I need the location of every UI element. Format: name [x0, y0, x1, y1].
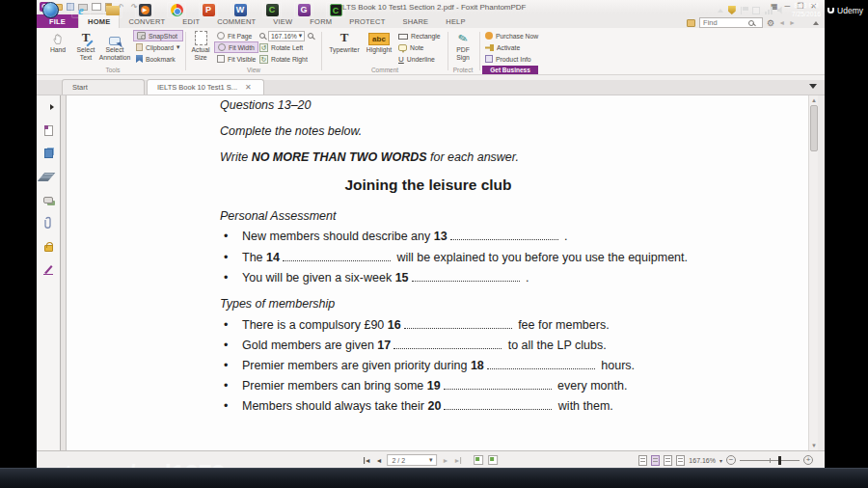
- taskbar-media-player[interactable]: ▶: [135, 2, 154, 18]
- single-page-view-icon[interactable]: [638, 455, 647, 466]
- fit-page-button[interactable]: Fit Page: [214, 30, 258, 41]
- answer-blank-19: [444, 379, 552, 390]
- bookmark-button[interactable]: Bookmark: [133, 53, 183, 65]
- tray-app-icon[interactable]: [752, 7, 760, 14]
- folder-icon: [106, 6, 120, 15]
- last-page-button[interactable]: ►: [453, 457, 461, 464]
- sidebar-layers-button[interactable]: [37, 165, 60, 188]
- pdf-page[interactable]: Questions 13–20 Complete the notes below…: [67, 95, 808, 450]
- previous-page-button[interactable]: ◄: [376, 457, 383, 464]
- first-page-button[interactable]: ◄: [364, 457, 371, 464]
- next-view-button[interactable]: [488, 455, 498, 465]
- tray-expand-icon[interactable]: [718, 9, 723, 13]
- tab-protect[interactable]: PROTECT: [340, 14, 393, 28]
- g-app-icon: G: [298, 4, 311, 16]
- select-text-button[interactable]: T Select Text: [73, 30, 98, 62]
- sidebar-comments-button[interactable]: [37, 188, 60, 211]
- note-item-18: • Premier members are given priority dur…: [224, 359, 635, 372]
- rotate-left-icon: ↺: [259, 43, 268, 52]
- sidebar-attachments-button[interactable]: [37, 211, 60, 234]
- search-icon[interactable]: [748, 20, 754, 26]
- zoom-slider-handle[interactable]: [778, 456, 781, 465]
- tab-start-page[interactable]: Start: [62, 79, 145, 95]
- taskbar-internet-explorer[interactable]: e: [71, 2, 91, 18]
- fit-visible-button[interactable]: Fit Visible: [214, 53, 258, 65]
- collapse-ribbon-icon[interactable]: [813, 21, 819, 25]
- close-tab-icon[interactable]: ✕: [245, 83, 252, 92]
- note-button[interactable]: Note: [395, 41, 446, 53]
- zoom-caret-icon[interactable]: ▾: [719, 457, 722, 464]
- page-number-combobox[interactable]: 2 / 2 ▾: [388, 454, 438, 466]
- note-icon: [398, 44, 407, 51]
- zoom-in-button[interactable]: +: [803, 455, 813, 465]
- continuous-view-icon[interactable]: [651, 455, 660, 466]
- group-label-get-business: Get Business: [482, 66, 538, 74]
- c-app-icon: C: [330, 4, 342, 16]
- note-item-20: • Members should always take their 20 wi…: [224, 399, 613, 413]
- taskbar-app-c[interactable]: C: [326, 2, 345, 18]
- select-annotation-button[interactable]: Select Annotation: [98, 30, 131, 62]
- snapshot-button[interactable]: SnapShot: [133, 30, 183, 41]
- rotate-left-button[interactable]: ↺ Rotate Left: [259, 41, 319, 53]
- document-tab-bar: Start IELTS Book 10 Test1 S... ✕: [37, 80, 825, 95]
- taskbar-camtasia[interactable]: C: [262, 2, 282, 18]
- taskbar-clock[interactable]: 8:03 PM 7/25/2016: [790, 2, 823, 19]
- activate-button[interactable]: Activate: [482, 41, 538, 53]
- sidebar-expand-button[interactable]: [37, 95, 60, 119]
- tab-document[interactable]: IELTS Book 10 Test1 S... ✕: [147, 79, 264, 95]
- zoom-out-button[interactable]: −: [726, 455, 736, 465]
- taskbar-explorer[interactable]: [103, 2, 122, 18]
- sidebar-bookmarks-button[interactable]: [37, 119, 60, 142]
- group-comment: T Typewriter abc Highlight Rectangle Not…: [324, 28, 446, 74]
- sidebar-signature-button[interactable]: [37, 258, 60, 281]
- fit-width-button[interactable]: Fit Width: [214, 41, 258, 53]
- group-label-comment: Comment: [324, 67, 446, 73]
- purchase-now-button[interactable]: Purchase Now: [482, 30, 538, 41]
- find-prev-icon[interactable]: ◄: [778, 19, 785, 26]
- zoom-percent[interactable]: 167.16%: [689, 457, 716, 464]
- actual-size-icon: [195, 31, 207, 45]
- actual-size-button[interactable]: Actual Size: [188, 30, 213, 62]
- layers-panel-icon: [41, 173, 55, 176]
- taskbar-app-g[interactable]: G: [294, 2, 313, 18]
- network-signal-icon[interactable]: [765, 7, 773, 14]
- clipboard-button[interactable]: Clipboard ▾: [133, 41, 183, 53]
- start-button[interactable]: [42, 2, 59, 18]
- panel-splitter[interactable]: [60, 95, 67, 450]
- rectangle-button[interactable]: Rectangle: [395, 30, 446, 41]
- zoom-out-icon[interactable]: [259, 33, 265, 39]
- find-next-icon[interactable]: ►: [789, 19, 796, 26]
- scrollbar-thumb[interactable]: [810, 105, 818, 151]
- tab-help[interactable]: HELP: [437, 14, 474, 28]
- previous-view-button[interactable]: [474, 455, 483, 465]
- zoom-in-icon[interactable]: [308, 33, 313, 39]
- rotate-right-button[interactable]: ↻ Rotate Right: [259, 53, 319, 65]
- sidebar-security-button[interactable]: [37, 234, 60, 258]
- next-page-button[interactable]: ►: [443, 457, 449, 464]
- highlight-button[interactable]: abc Highlight: [365, 30, 393, 54]
- volume-icon[interactable]: [777, 7, 785, 14]
- facing-view-icon[interactable]: [664, 455, 672, 466]
- product-info-button[interactable]: Product Info: [482, 53, 538, 65]
- search-doc-icon[interactable]: [687, 19, 695, 27]
- tab-list-caret-icon[interactable]: [809, 84, 817, 89]
- taskbar-powerpoint[interactable]: P: [199, 2, 218, 18]
- zoom-slider[interactable]: [740, 460, 800, 461]
- vertical-scrollbar[interactable]: ▲ ▼: [808, 95, 818, 450]
- pdf-sign-button[interactable]: ✎ PDF Sign: [449, 30, 476, 62]
- action-center-flag-icon[interactable]: [741, 7, 747, 14]
- taskbar-chrome[interactable]: [167, 2, 186, 18]
- zoom-combobox[interactable]: 167.16% ▾: [268, 31, 305, 41]
- security-shield-icon[interactable]: [728, 6, 736, 14]
- sidebar-pages-button[interactable]: [37, 142, 60, 165]
- answer-blank-17: [393, 339, 502, 349]
- tab-share[interactable]: SHARE: [393, 14, 437, 28]
- fit-page-icon: [217, 32, 225, 40]
- zoom-controls: 167.16% ▾ − +: [638, 451, 813, 468]
- typewriter-button[interactable]: T Typewriter: [326, 30, 363, 54]
- hand-tool-button[interactable]: Hand: [44, 30, 71, 54]
- underline-button[interactable]: U Underline: [395, 53, 446, 65]
- continuous-facing-view-icon[interactable]: [676, 455, 685, 466]
- taskbar-word[interactable]: W: [231, 2, 250, 18]
- answer-blank-20: [444, 399, 552, 410]
